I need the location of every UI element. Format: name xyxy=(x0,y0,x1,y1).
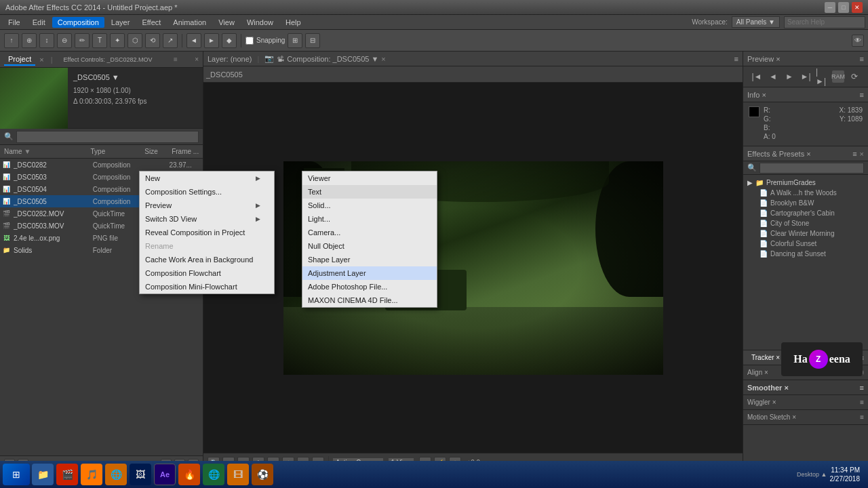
composition-context-menu: New ▶ Composition Settings... Preview ▶ … xyxy=(139,171,275,294)
close-button[interactable]: ✕ xyxy=(852,2,863,13)
menu-reveal-comp[interactable]: Reveal Composition in Project xyxy=(140,226,274,239)
menu-rename: Rename xyxy=(140,239,274,253)
taskbar-chrome[interactable]: 🌐 xyxy=(203,464,224,485)
taskbar: ⊞ 📁 🎬 🎵 🌐 🖼 Ae 🔥 🌐 🎞 ⚽ Desktop ▲ 11:34 P… xyxy=(0,461,868,488)
taskbar-ae[interactable]: Ae xyxy=(154,464,176,485)
new-submenu-arrow: ▶ xyxy=(256,175,260,182)
submenu-cinema4d[interactable]: MAXON CINEMA 4D File... xyxy=(302,293,437,307)
taskbar-firefox[interactable]: 🔥 xyxy=(178,464,200,485)
maximize-button[interactable]: □ xyxy=(838,2,849,13)
taskbar-blender[interactable]: 🎞 xyxy=(227,464,249,485)
taskbar-date: 2/27/2018 xyxy=(830,474,861,483)
submenu-adjustment[interactable]: Adjustment Layer xyxy=(302,266,437,280)
submenu-camera[interactable]: Camera... xyxy=(302,226,437,239)
context-menu-overlay[interactable]: New ▶ Composition Settings... Preview ▶ … xyxy=(0,15,868,488)
taskbar-clock: 11:34 PM xyxy=(830,466,861,474)
taskbar-media[interactable]: 🎬 xyxy=(56,464,78,485)
taskbar-time: 11:34 PM 2/27/2018 xyxy=(830,466,861,483)
submenu-solid[interactable]: Solid... xyxy=(302,199,437,212)
title-text: Adobe After Effects CC 2014 - Untitled P… xyxy=(5,3,178,12)
menu-preview[interactable]: Preview ▶ xyxy=(140,199,274,212)
windows-logo: ⊞ xyxy=(12,469,20,480)
layer-submenu: Viewer Text Solid... Light... Camera... … xyxy=(302,171,437,308)
taskbar-misc[interactable]: ⚽ xyxy=(252,464,273,485)
title-bar: Adobe After Effects CC 2014 - Untitled P… xyxy=(0,0,868,15)
submenu-light[interactable]: Light... xyxy=(302,212,437,226)
menu-switch-3d[interactable]: Switch 3D View ▶ xyxy=(140,212,274,226)
submenu-text[interactable]: Text xyxy=(302,185,437,199)
taskbar-browser1[interactable]: 🌐 xyxy=(105,464,127,485)
window-controls: ─ □ ✕ xyxy=(825,2,863,13)
preview-submenu-arrow: ▶ xyxy=(256,202,260,209)
submenu-viewer[interactable]: Viewer xyxy=(302,171,437,185)
start-button[interactable]: ⊞ xyxy=(3,464,30,485)
menu-cache-work[interactable]: Cache Work Area in Background xyxy=(140,253,274,266)
menu-flowchart[interactable]: Composition Flowchart xyxy=(140,266,274,280)
taskbar-photoshop[interactable]: 🖼 xyxy=(130,464,151,485)
menu-mini-flowchart[interactable]: Composition Mini-Flowchart xyxy=(140,280,274,293)
switch3d-submenu-arrow: ▶ xyxy=(256,216,260,222)
menu-new[interactable]: New ▶ xyxy=(140,171,274,185)
taskbar-desktop-label[interactable]: Desktop ▲ xyxy=(797,471,827,478)
taskbar-right: Desktop ▲ 11:34 PM 2/27/2018 xyxy=(797,466,865,483)
menu-comp-settings[interactable]: Composition Settings... xyxy=(140,185,274,199)
submenu-shape[interactable]: Shape Layer xyxy=(302,253,437,266)
taskbar-vlc[interactable]: 🎵 xyxy=(81,464,102,485)
submenu-null[interactable]: Null Object xyxy=(302,239,437,253)
taskbar-explorer[interactable]: 📁 xyxy=(32,464,54,485)
minimize-button[interactable]: ─ xyxy=(825,2,835,13)
submenu-photoshop[interactable]: Adobe Photoshop File... xyxy=(302,280,437,293)
